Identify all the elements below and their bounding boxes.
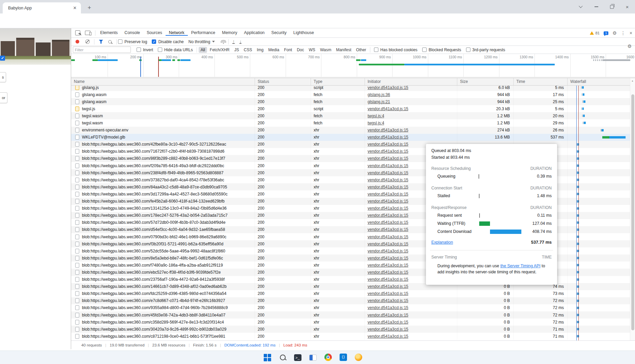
initiator-link[interactable]: vendor.d541a3cd.js:15 <box>368 199 408 204</box>
filter-checkbox-3rd-party-requests[interactable]: 3rd-party requests <box>466 48 505 52</box>
column-header-time[interactable]: Time <box>514 78 568 85</box>
network-overview-timeline[interactable]: 100 ms200 ms300 ms400 ms500 ms600 ms700 … <box>71 54 635 77</box>
devtools-menu-icon[interactable]: ⋮ <box>621 30 626 36</box>
issues-badge[interactable]: 1 <box>604 31 608 35</box>
filter-chip-js[interactable]: JS <box>232 47 241 53</box>
table-row[interactable]: blob:https://webgpu.labs.wec360.com/c871… <box>71 333 630 340</box>
table-row[interactable]: glslang.wasm200fetchglslang.js:36944 kB1… <box>71 91 630 98</box>
initiator-link[interactable]: vendor.d541a3cd.js:15 <box>368 156 408 161</box>
table-row[interactable]: blob:https://webgpu.labs.wec360.com/c358… <box>71 318 630 326</box>
filter-chip-ws[interactable]: WS <box>307 47 317 53</box>
devtools-tab-network[interactable]: Network <box>166 30 188 36</box>
tab-close-icon[interactable]: ✕ <box>72 5 78 11</box>
table-row[interactable]: twgsl.wasm200fetchtwgsl.js:41.2 MB29 ms <box>71 119 630 126</box>
minimize-button[interactable] <box>588 0 604 13</box>
initiator-link[interactable]: glslang.js:36 <box>368 92 390 97</box>
devtools-tab-lighthouse[interactable]: Lighthouse <box>290 30 317 35</box>
filter-funnel-icon[interactable] <box>99 40 103 44</box>
initiator-link[interactable]: vendor.d541a3cd.js:15 <box>368 313 408 317</box>
invert-checkbox[interactable]: Invert <box>137 48 153 52</box>
initiator-link[interactable]: vendor.d541a3cd.js:15 <box>368 86 408 90</box>
initiator-link[interactable]: vendor.d541a3cd.js:15 <box>368 107 408 111</box>
initiator-link[interactable]: vendor.d541a3cd.js:15 <box>368 171 408 175</box>
initiator-link[interactable]: vendor.d541a3cd.js:15 <box>368 135 408 140</box>
filter-chip-doc[interactable]: Doc <box>295 47 306 53</box>
initiator-link[interactable]: vendor.d541a3cd.js:15 <box>368 178 408 182</box>
initiator-link[interactable]: vendor.d541a3cd.js:15 <box>368 185 408 189</box>
filter-checkbox-has-blocked-cookies[interactable]: Has blocked cookies <box>374 48 417 52</box>
filter-chip-media[interactable]: Media <box>266 47 281 53</box>
throttling-dropdown[interactable]: No throttling <box>189 39 215 44</box>
initiator-link[interactable]: vendor.d541a3cd.js:15 <box>368 192 408 196</box>
taskbar-terminal-icon[interactable]: >_ <box>294 354 302 362</box>
3d-scene-render[interactable] <box>0 28 71 65</box>
taskbar-vscode-icon[interactable]: ⟨⟩ <box>340 354 348 362</box>
scrollbar-thumb[interactable] <box>631 94 634 330</box>
table-row[interactable]: blob:https://webgpu.labs.wec360.com/e7c8… <box>71 297 630 304</box>
table-row[interactable]: environment-specular.env200xhrvendor.d54… <box>71 127 630 134</box>
devtools-settings-gear-icon[interactable]: ⚙ <box>612 31 617 35</box>
filter-chip-font[interactable]: Font <box>282 47 294 53</box>
devtools-tab-application[interactable]: Application <box>240 30 268 35</box>
initiator-link[interactable]: vendor.d541a3cd.js:15 <box>368 305 408 310</box>
table-row[interactable]: blob:https://webgpu.labs.wec360.com/3042… <box>71 326 630 333</box>
hide-data-urls-checkbox[interactable]: Hide data URLs <box>158 48 193 52</box>
devtools-close-icon[interactable]: × <box>630 30 632 36</box>
devtools-tab-sources[interactable]: Sources <box>143 30 166 35</box>
initiator-link[interactable]: vendor.d541a3cd.js:15 <box>368 298 408 303</box>
table-row[interactable]: blob:https://webgpu.labs.wec360.com/45fd… <box>71 311 630 318</box>
initiator-link[interactable]: vendor.d541a3cd.js:15 <box>368 206 408 211</box>
filter-chip-all[interactable]: All <box>199 47 207 53</box>
export-har-icon[interactable]: ↓ <box>239 39 242 44</box>
scrollbar-up-arrow[interactable]: ▲ <box>631 80 634 82</box>
initiator-link[interactable]: vendor.d541a3cd.js:15 <box>368 142 408 147</box>
filter-checkbox-blocked-requests[interactable]: Blocked Requests <box>422 48 461 52</box>
filter-chip-css[interactable]: CSS <box>242 47 254 53</box>
filter-chip-other[interactable]: Other <box>354 47 368 53</box>
table-row[interactable]: glslang.js200scriptvendor.d541a3cd.js:15… <box>71 86 630 91</box>
filter-chip-wasm[interactable]: Wasm <box>318 47 334 53</box>
column-header-status[interactable]: Status <box>255 78 311 85</box>
table-row[interactable]: blob:https://webgpu.labs.wec360.com/9355… <box>71 304 630 311</box>
initiator-link[interactable]: vendor.d541a3cd.js:15 <box>368 249 408 253</box>
devtools-tab-console[interactable]: Console <box>121 30 143 35</box>
clear-network-log-icon[interactable] <box>85 39 90 44</box>
initiator-link[interactable]: glslang.js:21 <box>368 99 390 104</box>
maximize-button[interactable] <box>604 0 619 13</box>
initiator-link[interactable]: vendor.d541a3cd.js:15 <box>368 334 408 339</box>
taskbar-search-icon[interactable] <box>279 354 287 362</box>
taskbar-windows-start-icon[interactable] <box>264 354 272 362</box>
initiator-link[interactable]: vendor.d541a3cd.js:15 <box>368 291 408 296</box>
initiator-link[interactable]: vendor.d541a3cd.js:15 <box>368 149 408 154</box>
initiator-link[interactable]: vendor.d541a3cd.js:15 <box>368 284 408 289</box>
table-row[interactable]: WKLeFDTV@model.glb200xhrvendor.d541a3cd.… <box>71 134 630 141</box>
initiator-link[interactable]: vendor.d541a3cd.js:15 <box>368 163 408 168</box>
warnings-badge[interactable]: 81 <box>590 31 600 35</box>
browser-tab[interactable]: Babylon App ✕ <box>3 2 81 13</box>
initiator-link[interactable]: vendor.d541a3cd.js:15 <box>368 320 408 325</box>
taskbar-task-view-icon[interactable] <box>309 354 317 362</box>
initiator-link[interactable]: vendor.d541a3cd.js:15 <box>368 213 408 218</box>
import-har-icon[interactable]: ↑ <box>232 39 235 44</box>
new-tab-button[interactable]: + <box>85 4 94 12</box>
server-timing-api-link[interactable]: the Server Timing API <box>500 264 541 268</box>
initiator-link[interactable]: vendor.d541a3cd.js:15 <box>368 256 408 261</box>
column-header-waterfall[interactable]: Waterfall <box>568 78 630 85</box>
devtools-tab-performance[interactable]: Performance <box>188 30 219 35</box>
initiator-link[interactable]: vendor.d541a3cd.js:15 <box>368 263 408 268</box>
initiator-link[interactable]: vendor.d541a3cd.js:15 <box>368 277 408 282</box>
initiator-link[interactable]: vendor.d541a3cd.js:15 <box>368 128 408 132</box>
filter-input[interactable] <box>73 47 131 53</box>
initiator-link[interactable]: vendor.d541a3cd.js:15 <box>368 327 408 332</box>
network-conditions-icon[interactable] <box>221 40 226 43</box>
table-row[interactable]: twgsl.js200scriptvendor.d541a3cd.js:1520… <box>71 105 630 112</box>
column-header-initiator[interactable]: Initiator <box>365 78 457 85</box>
initiator-link[interactable]: twgsl.js:4 <box>368 114 384 118</box>
initiator-link[interactable]: vendor.d541a3cd.js:15 <box>368 270 408 275</box>
tab-search-button[interactable] <box>573 0 588 13</box>
column-header-name[interactable]: Name <box>71 78 255 85</box>
initiator-link[interactable]: vendor.d541a3cd.js:15 <box>368 235 408 239</box>
close-window-button[interactable]: × <box>619 0 635 13</box>
column-header-size[interactable]: Size <box>457 78 514 85</box>
devtools-tab-security[interactable]: Security <box>268 30 290 35</box>
